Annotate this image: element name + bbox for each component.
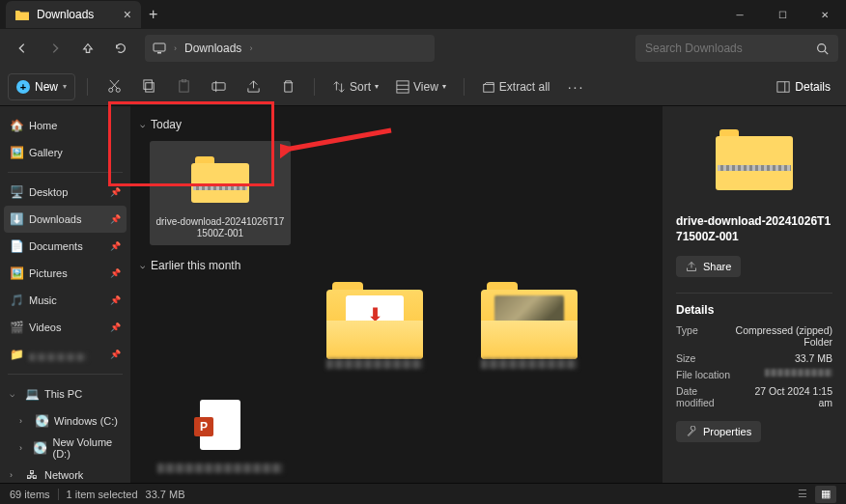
copy-button[interactable] xyxy=(134,73,163,100)
window-controls: ─ ☐ ✕ xyxy=(719,0,846,29)
svg-rect-8 xyxy=(179,81,187,92)
document-icon: 📄 xyxy=(10,239,23,253)
plus-icon: + xyxy=(16,80,30,94)
pin-icon: 📌 xyxy=(110,268,121,278)
details-thumbnail xyxy=(716,129,793,191)
search-box[interactable] xyxy=(635,35,838,62)
sidebar-network[interactable]: ›🖧Network xyxy=(4,462,127,483)
group-today[interactable]: ⌵Today xyxy=(140,118,653,131)
file-name-blurred xyxy=(326,359,423,369)
file-name: drive-download-20241026T171500Z-001 xyxy=(155,216,285,239)
refresh-button[interactable] xyxy=(106,34,135,63)
folder-item[interactable]: ⬇ xyxy=(304,282,445,375)
breadcrumb[interactable]: › Downloads › xyxy=(145,35,435,62)
sort-button[interactable]: Sort ▾ xyxy=(326,73,384,100)
up-button[interactable] xyxy=(73,34,102,63)
sidebar-music[interactable]: 🎵Music📌 xyxy=(4,287,127,314)
svg-point-5 xyxy=(116,88,120,92)
sidebar-home[interactable]: 🏠Home xyxy=(4,112,127,139)
chevron-right-icon: › xyxy=(249,43,252,53)
breadcrumb-current[interactable]: Downloads xyxy=(184,42,241,55)
sidebar-desktop[interactable]: 🖥️Desktop📌 xyxy=(4,179,127,206)
folder-icon xyxy=(15,9,29,20)
svg-rect-16 xyxy=(777,81,789,92)
sidebar-documents[interactable]: 📄Documents📌 xyxy=(4,233,127,260)
tab-title: Downloads xyxy=(37,8,94,21)
svg-line-3 xyxy=(825,50,828,53)
zip-folder-icon xyxy=(157,147,283,212)
pin-icon: 📌 xyxy=(110,214,121,224)
selected-count: 1 item selected xyxy=(67,489,138,500)
pin-icon: 📌 xyxy=(110,187,121,197)
cut-button[interactable] xyxy=(99,73,128,100)
drive-icon: 💽 xyxy=(35,414,48,428)
search-input[interactable] xyxy=(645,42,816,55)
sidebar-item-blurred[interactable]: 📁📌 xyxy=(4,341,127,368)
svg-rect-0 xyxy=(154,43,165,51)
file-name-blurred xyxy=(481,359,578,369)
details-pane: drive-download-20241026T171500Z-001 Shar… xyxy=(663,106,846,483)
share-button[interactable]: Share xyxy=(676,256,741,277)
tab-downloads[interactable]: Downloads × xyxy=(6,1,141,28)
sidebar-videos[interactable]: 🎬Videos📌 xyxy=(4,314,127,341)
chevron-right-icon: › xyxy=(19,416,29,426)
close-window-button[interactable]: ✕ xyxy=(804,0,846,29)
search-icon[interactable] xyxy=(816,42,829,55)
details-view-button[interactable]: ☰ xyxy=(792,486,813,503)
gallery-icon: 🖼️ xyxy=(10,146,23,159)
new-tab-button[interactable]: + xyxy=(149,6,157,23)
delete-button[interactable] xyxy=(273,73,302,100)
view-label: View xyxy=(413,80,438,94)
selected-size: 33.7 MB xyxy=(146,489,185,500)
sidebar-drive-c[interactable]: ›💽Windows (C:) xyxy=(4,407,127,434)
thumbnails-view-button[interactable]: ▦ xyxy=(815,486,836,503)
file-zip-item[interactable]: drive-download-20241026T171500Z-001 xyxy=(150,141,291,245)
details-toggle-button[interactable]: Details xyxy=(769,80,838,94)
more-button[interactable]: ··· xyxy=(562,73,591,100)
detail-row-location: File location xyxy=(676,369,832,380)
network-icon: 🖧 xyxy=(25,468,39,482)
sort-label: Sort xyxy=(350,80,371,94)
close-tab-button[interactable]: × xyxy=(124,7,131,22)
new-label: New xyxy=(35,80,58,94)
drive-icon: 💽 xyxy=(33,441,46,455)
svg-rect-7 xyxy=(143,80,151,89)
nav-bar: › Downloads › xyxy=(0,29,846,68)
chevron-down-icon: ▾ xyxy=(375,82,379,91)
sidebar-this-pc[interactable]: ⌵💻This PC xyxy=(4,380,127,407)
back-button[interactable] xyxy=(8,34,37,63)
forward-button[interactable] xyxy=(41,34,70,63)
chevron-right-icon: › xyxy=(10,470,19,480)
folder-icon xyxy=(466,288,592,353)
folder-item[interactable] xyxy=(459,282,600,375)
chevron-right-icon: › xyxy=(174,43,177,53)
paste-button[interactable] xyxy=(169,73,198,100)
chevron-right-icon: › xyxy=(19,443,27,453)
chevron-down-icon: ⌵ xyxy=(140,120,145,129)
sidebar-gallery[interactable]: 🖼️Gallery xyxy=(4,139,127,166)
sidebar-pictures[interactable]: 🖼️Pictures📌 xyxy=(4,260,127,287)
new-button[interactable]: + New ▾ xyxy=(8,73,75,100)
svg-point-4 xyxy=(108,88,112,92)
extract-label: Extract all xyxy=(499,80,550,94)
details-label: Details xyxy=(795,80,831,94)
details-title: drive-download-20241026T171500Z-001 xyxy=(676,214,832,244)
minimize-button[interactable]: ─ xyxy=(719,0,761,29)
file-ppt-item[interactable] xyxy=(150,386,291,479)
video-icon: 🎬 xyxy=(10,321,23,334)
status-bar: 69 items 1 item selected 33.7 MB ☰ ▦ xyxy=(0,483,846,504)
share-button[interactable] xyxy=(239,73,268,100)
properties-button[interactable]: Properties xyxy=(676,421,761,442)
file-list-area[interactable]: ⌵Today drive-download-20241026T171500Z-0… xyxy=(130,106,663,483)
maximize-button[interactable]: ☐ xyxy=(761,0,804,29)
main-area: 🏠Home 🖼️Gallery 🖥️Desktop📌 ⬇️Downloads📌 … xyxy=(0,106,846,483)
group-earlier[interactable]: ⌵Earlier this month xyxy=(140,259,653,272)
sidebar-downloads[interactable]: ⬇️Downloads📌 xyxy=(4,206,127,233)
title-bar: Downloads × + ─ ☐ ✕ xyxy=(0,0,846,29)
pin-icon: 📌 xyxy=(110,295,121,305)
rename-button[interactable] xyxy=(204,73,233,100)
view-button[interactable]: View ▾ xyxy=(390,73,452,100)
extract-all-button[interactable]: Extract all xyxy=(476,73,556,100)
sidebar-drive-d[interactable]: ›💽New Volume (D:) xyxy=(4,434,127,462)
folder-icon: ⬇ xyxy=(312,288,437,353)
